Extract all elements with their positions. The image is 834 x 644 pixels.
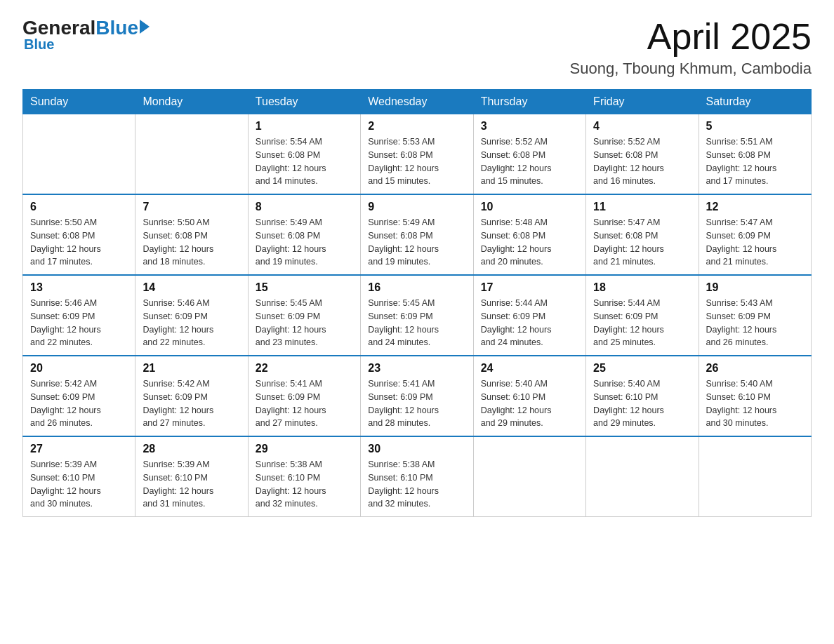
day-cell: 3Sunrise: 5:52 AM Sunset: 6:08 PM Daylig… [473, 114, 585, 195]
day-number: 2 [368, 120, 465, 133]
day-cell [135, 114, 248, 195]
month-title: April 2025 [570, 17, 812, 57]
day-info: Sunrise: 5:53 AM Sunset: 6:08 PM Dayligh… [368, 135, 465, 188]
day-number: 7 [143, 201, 240, 213]
day-number: 20 [30, 362, 128, 375]
day-number: 30 [368, 443, 465, 455]
week-row-3: 13Sunrise: 5:46 AM Sunset: 6:09 PM Dayli… [23, 275, 812, 356]
day-cell: 29Sunrise: 5:38 AM Sunset: 6:10 PM Dayli… [248, 436, 360, 517]
day-number: 22 [256, 362, 353, 375]
day-cell: 15Sunrise: 5:45 AM Sunset: 6:09 PM Dayli… [248, 275, 360, 356]
day-number: 3 [481, 120, 578, 133]
day-cell: 11Sunrise: 5:47 AM Sunset: 6:08 PM Dayli… [586, 194, 699, 275]
day-cell: 7Sunrise: 5:50 AM Sunset: 6:08 PM Daylig… [135, 194, 248, 275]
day-info: Sunrise: 5:47 AM Sunset: 6:08 PM Dayligh… [593, 216, 691, 269]
column-header-tuesday: Tuesday [248, 90, 360, 114]
logo-blue-text: Blue [95, 17, 138, 39]
day-info: Sunrise: 5:45 AM Sunset: 6:09 PM Dayligh… [368, 297, 465, 349]
day-number: 15 [256, 281, 353, 294]
day-cell: 10Sunrise: 5:48 AM Sunset: 6:08 PM Dayli… [473, 194, 585, 275]
day-number: 25 [593, 362, 691, 375]
day-number: 5 [706, 120, 804, 133]
day-number: 6 [30, 201, 128, 213]
day-number: 26 [706, 362, 804, 375]
day-info: Sunrise: 5:40 AM Sunset: 6:10 PM Dayligh… [706, 377, 804, 430]
day-cell: 20Sunrise: 5:42 AM Sunset: 6:09 PM Dayli… [23, 356, 135, 436]
day-cell: 26Sunrise: 5:40 AM Sunset: 6:10 PM Dayli… [699, 356, 811, 436]
day-info: Sunrise: 5:46 AM Sunset: 6:09 PM Dayligh… [30, 297, 128, 349]
day-cell [23, 114, 135, 195]
day-cell: 18Sunrise: 5:44 AM Sunset: 6:09 PM Dayli… [586, 275, 699, 356]
day-cell: 13Sunrise: 5:46 AM Sunset: 6:09 PM Dayli… [23, 275, 135, 356]
day-info: Sunrise: 5:52 AM Sunset: 6:08 PM Dayligh… [481, 135, 578, 188]
logo-arrow-icon [140, 20, 150, 34]
day-info: Sunrise: 5:45 AM Sunset: 6:09 PM Dayligh… [256, 297, 353, 349]
day-cell: 6Sunrise: 5:50 AM Sunset: 6:08 PM Daylig… [23, 194, 135, 275]
day-cell: 17Sunrise: 5:44 AM Sunset: 6:09 PM Dayli… [473, 275, 585, 356]
day-info: Sunrise: 5:54 AM Sunset: 6:08 PM Dayligh… [256, 135, 353, 188]
day-cell: 4Sunrise: 5:52 AM Sunset: 6:08 PM Daylig… [586, 114, 699, 195]
day-number: 11 [593, 201, 691, 213]
day-info: Sunrise: 5:40 AM Sunset: 6:10 PM Dayligh… [481, 377, 578, 430]
logo-subtitle: Blue [24, 36, 54, 53]
day-info: Sunrise: 5:43 AM Sunset: 6:09 PM Dayligh… [706, 297, 804, 349]
day-info: Sunrise: 5:44 AM Sunset: 6:09 PM Dayligh… [593, 297, 691, 349]
day-cell: 25Sunrise: 5:40 AM Sunset: 6:10 PM Dayli… [586, 356, 699, 436]
day-number: 13 [30, 281, 128, 294]
week-row-2: 6Sunrise: 5:50 AM Sunset: 6:08 PM Daylig… [23, 194, 812, 275]
day-info: Sunrise: 5:42 AM Sunset: 6:09 PM Dayligh… [143, 377, 240, 430]
column-header-thursday: Thursday [473, 90, 585, 114]
day-number: 9 [368, 201, 465, 213]
day-number: 14 [143, 281, 240, 294]
day-cell: 22Sunrise: 5:41 AM Sunset: 6:09 PM Dayli… [248, 356, 360, 436]
day-number: 18 [593, 281, 691, 294]
day-info: Sunrise: 5:46 AM Sunset: 6:09 PM Dayligh… [143, 297, 240, 349]
day-cell: 28Sunrise: 5:39 AM Sunset: 6:10 PM Dayli… [135, 436, 248, 517]
day-number: 12 [706, 201, 804, 213]
day-info: Sunrise: 5:52 AM Sunset: 6:08 PM Dayligh… [593, 135, 691, 188]
day-info: Sunrise: 5:40 AM Sunset: 6:10 PM Dayligh… [593, 377, 691, 430]
week-row-1: 1Sunrise: 5:54 AM Sunset: 6:08 PM Daylig… [23, 114, 812, 195]
day-cell [586, 436, 699, 517]
day-info: Sunrise: 5:39 AM Sunset: 6:10 PM Dayligh… [143, 458, 240, 511]
day-cell: 23Sunrise: 5:41 AM Sunset: 6:09 PM Dayli… [361, 356, 473, 436]
day-cell: 27Sunrise: 5:39 AM Sunset: 6:10 PM Dayli… [23, 436, 135, 517]
day-number: 27 [30, 443, 128, 455]
day-cell: 8Sunrise: 5:49 AM Sunset: 6:08 PM Daylig… [248, 194, 360, 275]
day-info: Sunrise: 5:50 AM Sunset: 6:08 PM Dayligh… [143, 216, 240, 269]
day-number: 1 [256, 120, 353, 133]
day-cell: 5Sunrise: 5:51 AM Sunset: 6:08 PM Daylig… [699, 114, 811, 195]
day-cell: 1Sunrise: 5:54 AM Sunset: 6:08 PM Daylig… [248, 114, 360, 195]
day-info: Sunrise: 5:48 AM Sunset: 6:08 PM Dayligh… [481, 216, 578, 269]
day-number: 10 [481, 201, 578, 213]
column-header-sunday: Sunday [23, 90, 135, 114]
day-cell [473, 436, 585, 517]
day-cell: 2Sunrise: 5:53 AM Sunset: 6:08 PM Daylig… [361, 114, 473, 195]
day-info: Sunrise: 5:44 AM Sunset: 6:09 PM Dayligh… [481, 297, 578, 349]
day-cell: 16Sunrise: 5:45 AM Sunset: 6:09 PM Dayli… [361, 275, 473, 356]
week-row-5: 27Sunrise: 5:39 AM Sunset: 6:10 PM Dayli… [23, 436, 812, 517]
column-header-friday: Friday [586, 90, 699, 114]
column-header-saturday: Saturday [699, 90, 811, 114]
day-number: 24 [481, 362, 578, 375]
day-info: Sunrise: 5:50 AM Sunset: 6:08 PM Dayligh… [30, 216, 128, 269]
day-info: Sunrise: 5:51 AM Sunset: 6:08 PM Dayligh… [706, 135, 804, 188]
column-header-monday: Monday [135, 90, 248, 114]
day-cell: 21Sunrise: 5:42 AM Sunset: 6:09 PM Dayli… [135, 356, 248, 436]
calendar-header-row: SundayMondayTuesdayWednesdayThursdayFrid… [23, 90, 812, 114]
day-number: 28 [143, 443, 240, 455]
week-row-4: 20Sunrise: 5:42 AM Sunset: 6:09 PM Dayli… [23, 356, 812, 436]
day-info: Sunrise: 5:49 AM Sunset: 6:08 PM Dayligh… [368, 216, 465, 269]
day-info: Sunrise: 5:47 AM Sunset: 6:09 PM Dayligh… [706, 216, 804, 269]
day-cell: 9Sunrise: 5:49 AM Sunset: 6:08 PM Daylig… [361, 194, 473, 275]
column-header-wednesday: Wednesday [361, 90, 473, 114]
day-info: Sunrise: 5:49 AM Sunset: 6:08 PM Dayligh… [256, 216, 353, 269]
day-number: 19 [706, 281, 804, 294]
day-cell: 30Sunrise: 5:38 AM Sunset: 6:10 PM Dayli… [361, 436, 473, 517]
title-block: April 2025 Suong, Tboung Khmum, Cambodia [570, 17, 812, 78]
day-number: 21 [143, 362, 240, 375]
logo: General Blue Blue [22, 17, 150, 53]
day-info: Sunrise: 5:42 AM Sunset: 6:09 PM Dayligh… [30, 377, 128, 430]
day-cell: 19Sunrise: 5:43 AM Sunset: 6:09 PM Dayli… [699, 275, 811, 356]
day-info: Sunrise: 5:39 AM Sunset: 6:10 PM Dayligh… [30, 458, 128, 511]
